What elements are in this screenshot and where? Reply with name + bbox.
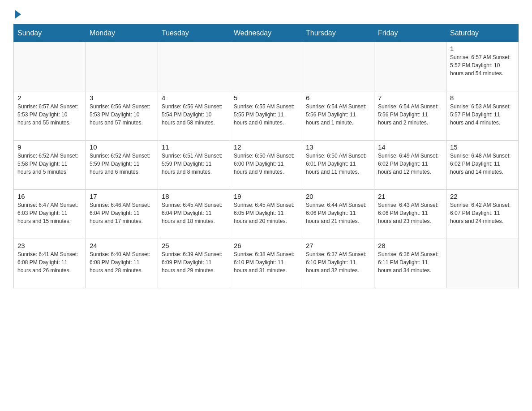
day-number: 4 <box>162 94 226 102</box>
calendar-cell: 26Sunrise: 6:38 AM Sunset: 6:10 PM Dayli… <box>230 239 302 288</box>
day-info: Sunrise: 6:44 AM Sunset: 6:06 PM Dayligh… <box>306 201 370 225</box>
day-info: Sunrise: 6:50 AM Sunset: 6:01 PM Dayligh… <box>306 152 370 176</box>
day-info: Sunrise: 6:41 AM Sunset: 6:08 PM Dayligh… <box>17 250 82 274</box>
day-info: Sunrise: 6:45 AM Sunset: 6:05 PM Dayligh… <box>234 201 298 225</box>
calendar-cell: 6Sunrise: 6:54 AM Sunset: 5:56 PM Daylig… <box>302 91 374 141</box>
calendar-table: SundayMondayTuesdayWednesdayThursdayFrid… <box>13 24 519 288</box>
header-friday: Friday <box>374 25 446 42</box>
day-number: 16 <box>17 193 82 200</box>
day-info: Sunrise: 6:47 AM Sunset: 6:03 PM Dayligh… <box>17 201 82 225</box>
day-info: Sunrise: 6:42 AM Sunset: 6:07 PM Dayligh… <box>450 201 515 225</box>
day-info: Sunrise: 6:37 AM Sunset: 6:10 PM Dayligh… <box>306 250 370 274</box>
calendar-cell: 5Sunrise: 6:55 AM Sunset: 5:55 PM Daylig… <box>230 91 302 141</box>
header-wednesday: Wednesday <box>230 25 302 42</box>
calendar-cell: 16Sunrise: 6:47 AM Sunset: 6:03 PM Dayli… <box>14 190 86 239</box>
calendar-cell: 20Sunrise: 6:44 AM Sunset: 6:06 PM Dayli… <box>302 190 374 239</box>
day-number: 15 <box>450 143 515 151</box>
calendar-cell: 19Sunrise: 6:45 AM Sunset: 6:05 PM Dayli… <box>230 190 302 239</box>
day-info: Sunrise: 6:54 AM Sunset: 5:56 PM Dayligh… <box>306 103 370 127</box>
day-number: 28 <box>378 242 442 249</box>
calendar-cell: 9Sunrise: 6:52 AM Sunset: 5:58 PM Daylig… <box>14 141 86 190</box>
day-info: Sunrise: 6:43 AM Sunset: 6:06 PM Dayligh… <box>378 201 442 225</box>
logo <box>13 9 21 17</box>
header-monday: Monday <box>86 25 158 42</box>
day-number: 19 <box>234 193 298 200</box>
day-number: 5 <box>234 94 298 102</box>
day-number: 12 <box>234 143 298 151</box>
calendar-cell: 17Sunrise: 6:46 AM Sunset: 6:04 PM Dayli… <box>86 190 158 239</box>
calendar-cell <box>230 42 302 91</box>
day-info: Sunrise: 6:56 AM Sunset: 5:53 PM Dayligh… <box>90 103 154 127</box>
calendar-cell: 12Sunrise: 6:50 AM Sunset: 6:00 PM Dayli… <box>230 141 302 190</box>
logo-arrow-icon <box>15 10 21 19</box>
calendar-cell: 21Sunrise: 6:43 AM Sunset: 6:06 PM Dayli… <box>374 190 446 239</box>
day-info: Sunrise: 6:51 AM Sunset: 5:59 PM Dayligh… <box>162 152 226 176</box>
day-number: 3 <box>90 94 154 102</box>
day-number: 1 <box>450 45 515 52</box>
day-info: Sunrise: 6:38 AM Sunset: 6:10 PM Dayligh… <box>234 250 298 274</box>
calendar-cell <box>302 42 374 91</box>
day-info: Sunrise: 6:50 AM Sunset: 6:00 PM Dayligh… <box>234 152 298 176</box>
calendar-cell <box>86 42 158 91</box>
day-number: 11 <box>162 143 226 151</box>
day-number: 20 <box>306 193 370 200</box>
day-number: 23 <box>17 242 82 249</box>
day-info: Sunrise: 6:56 AM Sunset: 5:54 PM Dayligh… <box>162 103 226 127</box>
calendar-cell: 15Sunrise: 6:48 AM Sunset: 6:02 PM Dayli… <box>446 141 519 190</box>
calendar-cell <box>14 42 86 91</box>
calendar-cell: 25Sunrise: 6:39 AM Sunset: 6:09 PM Dayli… <box>158 239 230 288</box>
calendar-cell: 11Sunrise: 6:51 AM Sunset: 5:59 PM Dayli… <box>158 141 230 190</box>
day-info: Sunrise: 6:55 AM Sunset: 5:55 PM Dayligh… <box>234 103 298 127</box>
day-info: Sunrise: 6:36 AM Sunset: 6:11 PM Dayligh… <box>378 250 442 274</box>
day-number: 21 <box>378 193 442 200</box>
header-sunday: Sunday <box>14 25 86 42</box>
header-tuesday: Tuesday <box>158 25 230 42</box>
day-number: 8 <box>450 94 515 102</box>
calendar-week-row: 23Sunrise: 6:41 AM Sunset: 6:08 PM Dayli… <box>14 239 519 288</box>
day-number: 22 <box>450 193 515 200</box>
day-number: 18 <box>162 193 226 200</box>
day-number: 2 <box>17 94 82 102</box>
calendar-cell <box>158 42 230 91</box>
calendar-cell: 3Sunrise: 6:56 AM Sunset: 5:53 PM Daylig… <box>86 91 158 141</box>
day-number: 14 <box>378 143 442 151</box>
day-info: Sunrise: 6:48 AM Sunset: 6:02 PM Dayligh… <box>450 152 515 176</box>
day-info: Sunrise: 6:57 AM Sunset: 5:53 PM Dayligh… <box>17 103 82 127</box>
calendar-week-row: 16Sunrise: 6:47 AM Sunset: 6:03 PM Dayli… <box>14 190 519 239</box>
calendar-cell: 27Sunrise: 6:37 AM Sunset: 6:10 PM Dayli… <box>302 239 374 288</box>
calendar-week-row: 2Sunrise: 6:57 AM Sunset: 5:53 PM Daylig… <box>14 91 519 141</box>
day-info: Sunrise: 6:53 AM Sunset: 5:57 PM Dayligh… <box>450 103 515 127</box>
day-number: 25 <box>162 242 226 249</box>
calendar-cell: 24Sunrise: 6:40 AM Sunset: 6:08 PM Dayli… <box>86 239 158 288</box>
calendar-cell <box>446 239 519 288</box>
calendar-week-row: 9Sunrise: 6:52 AM Sunset: 5:58 PM Daylig… <box>14 141 519 190</box>
calendar-cell: 23Sunrise: 6:41 AM Sunset: 6:08 PM Dayli… <box>14 239 86 288</box>
calendar-cell: 14Sunrise: 6:49 AM Sunset: 6:02 PM Dayli… <box>374 141 446 190</box>
calendar-cell: 8Sunrise: 6:53 AM Sunset: 5:57 PM Daylig… <box>446 91 519 141</box>
day-number: 10 <box>90 143 154 151</box>
calendar-cell: 13Sunrise: 6:50 AM Sunset: 6:01 PM Dayli… <box>302 141 374 190</box>
calendar-header-row: SundayMondayTuesdayWednesdayThursdayFrid… <box>14 25 519 42</box>
day-info: Sunrise: 6:49 AM Sunset: 6:02 PM Dayligh… <box>378 152 442 176</box>
day-info: Sunrise: 6:52 AM Sunset: 5:59 PM Dayligh… <box>90 152 154 176</box>
day-number: 24 <box>90 242 154 249</box>
day-number: 27 <box>306 242 370 249</box>
day-info: Sunrise: 6:39 AM Sunset: 6:09 PM Dayligh… <box>162 250 226 274</box>
day-number: 13 <box>306 143 370 151</box>
calendar-cell: 18Sunrise: 6:45 AM Sunset: 6:04 PM Dayli… <box>158 190 230 239</box>
calendar-week-row: 1Sunrise: 6:57 AM Sunset: 5:52 PM Daylig… <box>14 42 519 91</box>
calendar-cell: 2Sunrise: 6:57 AM Sunset: 5:53 PM Daylig… <box>14 91 86 141</box>
day-number: 17 <box>90 193 154 200</box>
calendar-cell: 10Sunrise: 6:52 AM Sunset: 5:59 PM Dayli… <box>86 141 158 190</box>
calendar-cell: 22Sunrise: 6:42 AM Sunset: 6:07 PM Dayli… <box>446 190 519 239</box>
day-info: Sunrise: 6:57 AM Sunset: 5:52 PM Dayligh… <box>450 53 515 77</box>
calendar-cell: 7Sunrise: 6:54 AM Sunset: 5:56 PM Daylig… <box>374 91 446 141</box>
day-info: Sunrise: 6:54 AM Sunset: 5:56 PM Dayligh… <box>378 103 442 127</box>
day-info: Sunrise: 6:52 AM Sunset: 5:58 PM Dayligh… <box>17 152 82 176</box>
page-header <box>13 9 519 17</box>
day-number: 9 <box>17 143 82 151</box>
day-number: 7 <box>378 94 442 102</box>
calendar-cell: 4Sunrise: 6:56 AM Sunset: 5:54 PM Daylig… <box>158 91 230 141</box>
day-number: 26 <box>234 242 298 249</box>
calendar-cell <box>374 42 446 91</box>
